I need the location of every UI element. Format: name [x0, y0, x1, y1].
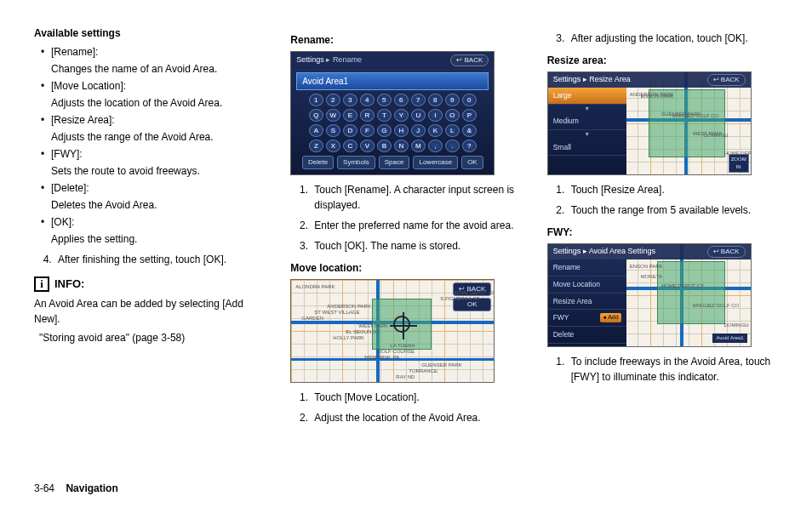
- key-D[interactable]: D: [343, 124, 357, 137]
- rename-input[interactable]: Avoid Area1: [296, 72, 489, 90]
- key-U[interactable]: U: [411, 109, 426, 122]
- column-1: Available settings [Rename]: Changes the…: [34, 26, 265, 430]
- resize-side-menu: Large▼Medium▼Small: [548, 88, 626, 174]
- key-2[interactable]: 2: [326, 94, 340, 106]
- resize-heading: Resize area:: [547, 53, 778, 68]
- key-&[interactable]: &: [462, 124, 477, 137]
- map-label: ENSON PARK: [630, 263, 663, 271]
- resize-map[interactable]: Settings ▸ Resize Area ↩ BACK Large▼Medi…: [548, 72, 751, 174]
- key-S[interactable]: S: [326, 124, 340, 137]
- key-R[interactable]: R: [360, 109, 375, 122]
- key-5[interactable]: 5: [377, 94, 392, 106]
- rename-screenshot: Settings ▸ Rename ↩ BACK Avoid Area1 123…: [290, 51, 495, 175]
- key-F[interactable]: F: [360, 124, 375, 137]
- map-label: MEMORIAL PA: [364, 354, 399, 362]
- key-3[interactable]: 3: [343, 94, 357, 106]
- key-Y[interactable]: Y: [394, 109, 409, 122]
- fwy-screenshot: Settings ▸ Avoid Area Settings ↩ BACK Re…: [547, 243, 752, 347]
- key-W[interactable]: W: [326, 109, 340, 122]
- key-K[interactable]: K: [428, 124, 443, 137]
- key-7[interactable]: 7: [411, 94, 426, 106]
- move-step-2: Adjust the location of the Avoid Area.: [311, 410, 521, 425]
- fwy-side-menu: RenameMove LocationResize AreaFWY● AddDe…: [548, 259, 626, 346]
- kb-ok-button[interactable]: OK: [461, 156, 483, 169]
- available-settings-heading: Available settings: [34, 26, 265, 41]
- section-title: Navigation: [66, 482, 117, 494]
- xref-text: "Storing avoid area" (page 3-58): [39, 330, 185, 345]
- setting-move: [Move Location]:: [41, 78, 265, 94]
- column-2: Rename: Settings ▸ Rename ↩ BACK Avoid A…: [290, 26, 521, 430]
- key-8[interactable]: 8: [428, 94, 443, 106]
- key-C[interactable]: C: [343, 140, 357, 152]
- move-step-1: Touch [Move Location].: [311, 390, 521, 405]
- key-L[interactable]: L: [445, 124, 460, 137]
- fwy-menu-delete[interactable]: Delete: [548, 327, 626, 344]
- map-label: HOME DEPOT CX: [661, 282, 704, 290]
- key-J[interactable]: J: [411, 124, 426, 137]
- fwy-map[interactable]: Settings ▸ Avoid Area Settings ↩ BACK Re…: [548, 244, 751, 346]
- key-,[interactable]: ,: [428, 140, 443, 152]
- fwy-menu-ok[interactable]: OK: [548, 344, 626, 346]
- rename-steps: Touch [Rename]. A character input screen…: [290, 182, 521, 254]
- key-6[interactable]: 6: [394, 94, 409, 106]
- fwy-menu-rename[interactable]: Rename: [548, 259, 626, 276]
- fwy-menu-fwy[interactable]: FWY● Add: [548, 310, 626, 327]
- key-V[interactable]: V: [360, 140, 375, 152]
- resize-option-large[interactable]: Large: [548, 88, 626, 105]
- kb-symbols-button[interactable]: Symbols: [337, 156, 375, 169]
- key-N[interactable]: N: [394, 140, 409, 152]
- info-body: An Avoid Area can be added by selecting …: [34, 296, 265, 327]
- key-T[interactable]: T: [377, 109, 392, 122]
- fwy-menu-move-location[interactable]: Move Location: [548, 276, 626, 294]
- rename-step-1: Touch [Rename]. A character input screen…: [311, 182, 521, 213]
- move-map[interactable]: ↩ BACK OK ALONDRA PARKANDERSON PARKWEST …: [291, 280, 494, 382]
- fwy-menu-resize-area[interactable]: Resize Area: [548, 294, 626, 311]
- key-B[interactable]: B: [377, 140, 392, 152]
- key-Z[interactable]: Z: [309, 140, 323, 152]
- key-I[interactable]: I: [428, 109, 443, 122]
- kb-space-button[interactable]: Space: [379, 156, 410, 169]
- setting-fwy: [FWY]:: [41, 146, 265, 162]
- key-G[interactable]: G: [377, 124, 392, 137]
- key-9[interactable]: 9: [445, 94, 460, 106]
- key-X[interactable]: X: [326, 140, 340, 152]
- col3-step-3: After adjusting the location, touch [OK]…: [568, 31, 778, 46]
- key-1[interactable]: 1: [309, 94, 323, 106]
- key-Q[interactable]: Q: [309, 109, 323, 122]
- map-label: ALONDRA PARK: [295, 283, 335, 291]
- key-O[interactable]: O: [445, 109, 460, 122]
- key-M[interactable]: M: [411, 140, 426, 152]
- fwy-back-button[interactable]: ↩ BACK: [707, 246, 746, 258]
- keyboard-rows: 1234567890QWERTYUIOPASDFGHJKL&ZXCVBNM,.?: [296, 94, 489, 152]
- resize-back-button[interactable]: ↩ BACK: [707, 74, 746, 86]
- col1-step4-list: After finishing the setting, touch [OK].: [34, 252, 265, 267]
- back-button[interactable]: ↩ BACK: [450, 54, 489, 66]
- key-4[interactable]: 4: [360, 94, 375, 106]
- key-0[interactable]: 0: [462, 94, 477, 106]
- map-label: MNGUEZ GOLF CO: [693, 302, 740, 310]
- menu-arrow-icon: ▼: [548, 105, 626, 114]
- keyboard-bottom-row: DeleteSymbolsSpaceLowercaseOK: [296, 156, 489, 169]
- resize-option-small[interactable]: Small: [548, 140, 626, 157]
- kb-delete-button[interactable]: Delete: [302, 156, 334, 169]
- resize-steps: Touch [Resize Area]. Touch the range fro…: [547, 182, 778, 218]
- setting-rename-desc: Changes the name of an Avoid Area.: [41, 61, 265, 77]
- kb-lowercase-button[interactable]: Lowercase: [413, 156, 458, 169]
- key-A[interactable]: A: [309, 124, 323, 137]
- map-label: HOLLY PARK: [333, 334, 364, 342]
- key-?[interactable]: ?: [462, 140, 477, 152]
- key-P[interactable]: P: [462, 109, 477, 122]
- key-.[interactable]: .: [445, 140, 460, 152]
- setting-delete: [Delete]:: [41, 180, 265, 196]
- column-3: After adjusting the location, touch [OK]…: [547, 26, 778, 430]
- setting-resize-desc: Adjusts the range of the Avoid Area.: [41, 129, 265, 145]
- key-E[interactable]: E: [343, 109, 357, 122]
- info-icon: i: [34, 276, 49, 292]
- resize-step-1: Touch [Resize Area].: [568, 182, 778, 197]
- setting-move-desc: Adjusts the location of the Avoid Area.: [41, 95, 265, 111]
- resize-option-medium[interactable]: Medium: [548, 113, 626, 130]
- fwy-step-1: To include freeways in the Avoid Area, t…: [568, 354, 778, 385]
- map-label: ENSON PARK: [641, 93, 674, 100]
- map-label: RAY ND: [396, 373, 415, 381]
- key-H[interactable]: H: [394, 124, 409, 137]
